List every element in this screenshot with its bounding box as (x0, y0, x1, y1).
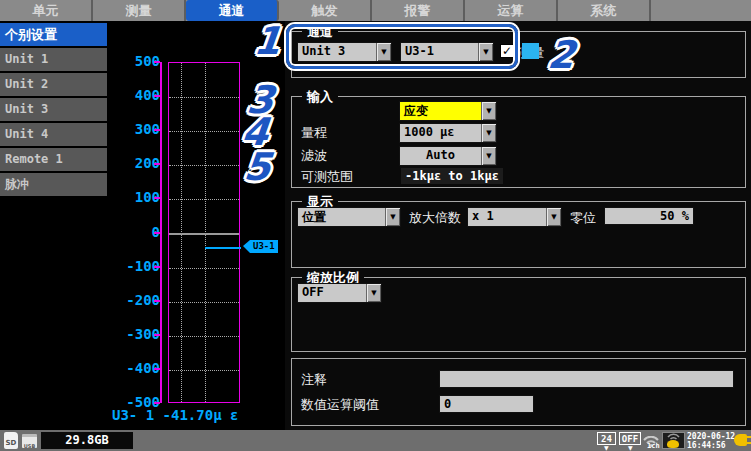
comment-field[interactable] (439, 370, 734, 388)
unit-dropdown[interactable]: Unit 3 ▼ (297, 42, 392, 62)
y-axis-tick-label: -200 (108, 292, 160, 308)
threshold-field[interactable]: 0 (439, 395, 534, 413)
y-axis-tick-label: 100 (108, 189, 160, 205)
comment-label: 注释 (301, 371, 327, 389)
range-value: 1000 µε (400, 124, 481, 142)
magnification-label: 放大倍数 (409, 209, 461, 227)
remote-comm-icon (662, 432, 685, 449)
tab-system[interactable]: 系统 (558, 0, 651, 21)
tab-alarm[interactable]: 报警 (372, 0, 465, 21)
input-type-dropdown[interactable]: 应变 ▼ (399, 101, 497, 121)
usb-icon: USB (22, 434, 37, 448)
sidebar-item-individual-settings[interactable]: 个别设置 (0, 23, 107, 46)
input-group: 输入 应变 ▼ 量程 1000 µε ▼ 滤波 Auto ▼ 可测范围 -1kµ… (291, 96, 746, 188)
threshold-label: 数值运算阈值 (301, 396, 379, 414)
y-axis-tick-mark (154, 368, 160, 370)
channel-group: 通道 Unit 3 ▼ U3-1 ▼ ✓ 测量 (291, 31, 746, 78)
horizontal-gridline (169, 165, 239, 166)
horizontal-gridline (169, 336, 239, 337)
sidebar-item-unit1[interactable]: Unit 1 (0, 48, 107, 71)
channel-dropdown[interactable]: U3-1 ▼ (400, 42, 494, 62)
tab-bar-filler (651, 0, 751, 21)
channel-color-swatch (522, 43, 539, 59)
chevron-down-icon: ▼ (604, 445, 609, 450)
annotation-5: 5 (242, 149, 272, 185)
sidebar-item-unit2[interactable]: Unit 2 (0, 73, 107, 96)
chevron-down-icon[interactable]: ▼ (481, 147, 496, 165)
y-axis-tick-label: 300 (108, 121, 160, 137)
measure-checkbox[interactable]: ✓ (500, 44, 514, 58)
chevron-down-icon: ▼ (628, 445, 633, 450)
channel-marker-tag[interactable]: U3-1 (250, 240, 278, 253)
magnification-dropdown[interactable]: x 1 ▼ (467, 207, 562, 227)
chevron-down-icon[interactable]: ▼ (376, 43, 391, 61)
y-axis-tick-mark (154, 129, 160, 131)
sd-card-icon: SD (4, 432, 18, 449)
waveform-trace (205, 247, 241, 249)
sidebar-item-remote1[interactable]: Remote 1 (0, 148, 107, 171)
zero-line (169, 233, 239, 235)
display-group: 显示 位置 ▼ 放大倍数 x 1 ▼ 零位 50 % (291, 201, 746, 268)
filter-value: Auto (400, 147, 481, 165)
settings-panel: 通道 Unit 3 ▼ U3-1 ▼ ✓ 测量 输入 应变 ▼ 量程 1000 … (285, 21, 751, 430)
y-axis-tick-label: -300 (108, 326, 160, 342)
range-label: 量程 (301, 124, 327, 142)
range-dropdown[interactable]: 1000 µε ▼ (399, 123, 497, 143)
horizontal-gridline (169, 97, 239, 98)
input-type-value: 应变 (400, 102, 481, 120)
chevron-down-icon[interactable]: ▼ (481, 102, 496, 120)
y-axis-tick-mark (154, 266, 160, 268)
display-mode-value: 位置 (298, 208, 385, 226)
y-axis-tick-label: 0 (108, 224, 160, 240)
y-axis-tick-mark (154, 61, 160, 63)
chevron-down-icon[interactable]: ▼ (481, 124, 496, 142)
zero-position-label: 零位 (570, 209, 596, 227)
y-axis-tick-mark (154, 402, 160, 404)
y-axis-tick-label: -100 (108, 258, 160, 274)
y-axis-tick-mark (154, 197, 160, 199)
horizontal-gridline (169, 268, 239, 269)
horizontal-gridline (169, 199, 239, 200)
measurable-range-value: -1kµε to 1kµε (401, 168, 503, 184)
zoom-ratio-value: OFF (298, 284, 366, 302)
sidebar-item-pulse[interactable]: 脉冲 (0, 173, 107, 196)
annotation-1: 1 (252, 23, 282, 59)
zoom-ratio-group: 缩放比例 OFF ▼ (291, 277, 746, 352)
chevron-down-icon[interactable]: ▼ (546, 208, 561, 226)
top-tab-bar: 单元 测量 通道 触发 报警 运算 系统 (0, 0, 751, 21)
mouse-icon (667, 440, 679, 448)
unit-value: Unit 3 (298, 43, 376, 61)
zero-position-field[interactable]: 50 % (604, 207, 694, 225)
tab-calculation[interactable]: 运算 (465, 0, 558, 21)
chevron-down-icon[interactable]: ▼ (478, 43, 493, 61)
device-screen: 单元 测量 通道 触发 报警 运算 系统 个别设置 Unit 1 Unit 2 … (0, 0, 751, 451)
tab-unit[interactable]: 单元 (0, 0, 93, 21)
status-time: 16:44:56 (687, 441, 726, 450)
free-space-indicator: 29.8GB (41, 432, 133, 449)
zoom-ratio-dropdown[interactable]: OFF ▼ (297, 283, 382, 303)
sidebar-item-unit4[interactable]: Unit 4 (0, 123, 107, 146)
y-axis-tick-mark (154, 232, 160, 234)
y-axis-tick-mark (154, 95, 160, 97)
sidebar-item-unit3[interactable]: Unit 3 (0, 98, 107, 121)
y-axis-tick-label: -400 (108, 360, 160, 376)
filter-label: 滤波 (301, 147, 327, 165)
filter-dropdown[interactable]: Auto ▼ (399, 146, 497, 166)
horizontal-gridline (169, 302, 239, 303)
comment-group: 注释 数值运算阈值 0 (291, 358, 746, 426)
tab-measure[interactable]: 测量 (93, 0, 186, 21)
display-mode-dropdown[interactable]: 位置 ▼ (297, 207, 401, 227)
tab-trigger[interactable]: 触发 (279, 0, 372, 21)
annotation-2: 2 (546, 37, 576, 73)
chevron-down-icon[interactable]: ▼ (385, 208, 400, 226)
sidebar: 个别设置 Unit 1 Unit 2 Unit 3 Unit 4 Remote … (0, 23, 107, 198)
waveform-plot (168, 62, 240, 403)
input-group-title: 输入 (302, 88, 338, 106)
status-bar: SD USB 29.8GB 24 ▼ OFF ▼ 1ch 2020-06-12 … (0, 430, 751, 451)
waveform-axis-line (160, 62, 162, 403)
tab-channel[interactable]: 通道 (186, 0, 279, 21)
chevron-down-icon[interactable]: ▼ (366, 284, 381, 302)
y-axis-tick-label: 400 (108, 87, 160, 103)
measurable-range-label: 可测范围 (301, 168, 353, 186)
y-axis-tick-mark (154, 300, 160, 302)
